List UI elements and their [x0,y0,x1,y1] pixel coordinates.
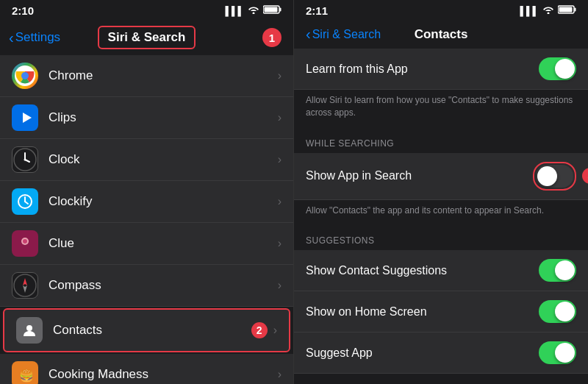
list-item[interactable]: Clue › [0,223,293,265]
badge-3: 3 [582,168,588,184]
compass-label: Compass [49,278,278,293]
clue-chevron-icon: › [278,237,282,250]
contacts-chevron-icon: › [273,324,277,337]
clips-chevron-icon: › [278,111,282,124]
compass-icon [12,272,38,299]
svg-point-5 [21,72,29,79]
home-screen-knob [555,302,575,321]
left-back-button[interactable]: ‹ Settings [9,30,60,45]
list-item[interactable]: Clips › [0,97,293,139]
chrome-label: Chrome [49,68,278,83]
chrome-icon [12,63,38,89]
svg-point-16 [23,239,27,243]
suggest-app-row[interactable]: Suggest App [294,333,588,374]
cooking-madness-icon: 🍔 [12,361,38,384]
chrome-chevron-icon: › [278,69,282,82]
svg-rect-2 [265,7,278,13]
right-wifi-icon [542,5,554,16]
clock-icon [12,146,38,173]
suggestions-section: SUGGESTIONS Show Contact Suggestions Sho… [294,225,588,374]
show-app-in-search-toggle[interactable] [536,165,573,188]
right-back-button[interactable]: ‹ Siri & Search [306,26,381,43]
show-contact-suggestions-label: Show Contact Suggestions [306,264,539,277]
clockify-icon [12,188,38,215]
show-app-in-search-row[interactable]: Show App in Search 3 [294,153,588,200]
clock-label: Clock [49,152,278,167]
show-contact-suggestions-row[interactable]: Show Contact Suggestions [294,250,588,291]
list-item[interactable]: Compass › [0,265,293,307]
clue-icon [12,230,38,257]
signal-icon: ▌▌▌ [225,6,244,16]
right-back-chevron-icon: ‹ [306,26,311,43]
left-panel: 2:10 ▌▌▌ ‹ Settings Siri & Search [0,0,294,384]
contacts-badge: 2 [251,322,268,338]
show-on-home-screen-label: Show on Home Screen [306,305,539,319]
list-item[interactable]: Chrome › [0,55,293,97]
suggest-app-knob [555,343,575,363]
list-item[interactable]: 🍔 Cooking Madness › [0,354,293,384]
list-item[interactable]: Clockify › [0,181,293,223]
svg-text:🍔: 🍔 [19,369,33,383]
show-app-in-search-knob [537,166,557,186]
right-nav-title: Contacts [415,27,468,42]
contacts-label: Contacts [53,323,251,338]
right-time: 2:11 [306,4,328,17]
svg-rect-26 [575,8,576,12]
clock-chevron-icon: › [278,153,282,166]
cooking-madness-label: Cooking Madness [49,367,278,382]
right-battery-icon [558,5,576,16]
show-contact-suggestions-toggle[interactable] [539,259,576,282]
compass-chevron-icon: › [278,279,282,292]
right-back-label: Siri & Search [312,28,381,41]
show-on-home-screen-row[interactable]: Show on Home Screen [294,291,588,333]
svg-point-17 [14,274,36,296]
clips-icon [12,104,38,131]
right-nav-bar: ‹ Siri & Search Contacts [294,20,588,49]
left-status-bar: 2:10 ▌▌▌ [0,0,293,20]
left-nav-title-box: Siri & Search [98,26,196,49]
left-app-list: Chrome › Clips › [0,55,293,384]
while-searching-header: WHILE SEARCHING [294,128,588,153]
contacts-icon [16,317,43,344]
learn-from-app-section: Learn from this App Allow Siri to learn … [294,49,588,127]
left-nav-title: Siri & Search [108,30,186,44]
suggest-app-toggle[interactable] [539,341,576,364]
right-signal-icon: ▌▌▌ [520,6,539,16]
right-content: Learn from this App Allow Siri to learn … [294,49,588,384]
suggest-app-label: Suggest App [306,346,539,360]
clue-label: Clue [49,236,278,251]
clips-label: Clips [49,110,278,125]
learn-from-app-description: Allow Siri to learn from how you use "Co… [294,90,588,127]
show-app-in-search-label: Show App in Search [306,169,533,182]
show-app-description: Allow "Contacts" the app and its content… [294,200,588,224]
contacts-list-item[interactable]: Contacts 2 › [3,308,290,352]
right-status-icons: ▌▌▌ [520,5,576,16]
svg-rect-27 [559,7,573,13]
left-status-icons: ▌▌▌ [225,5,282,16]
left-time: 2:10 [12,4,34,17]
while-searching-section: WHILE SEARCHING Show App in Search 3 All… [294,128,588,224]
learn-from-app-toggle-knob [555,59,575,79]
svg-line-14 [25,202,28,204]
cooking-chevron-icon: › [278,368,282,381]
suggestions-header: SUGGESTIONS [294,225,588,250]
battery-icon [263,5,282,16]
right-panel: 2:11 ▌▌▌ ‹ Siri & Search Contacts [294,0,588,384]
right-status-bar: 2:11 ▌▌▌ [294,0,588,20]
left-back-label: Settings [15,30,60,45]
list-item[interactable]: Clock › [0,139,293,181]
learn-from-app-toggle[interactable] [539,57,576,80]
learn-from-app-row[interactable]: Learn from this App [294,49,588,90]
clockify-label: Clockify [49,194,278,209]
svg-point-20 [26,325,32,331]
contact-suggestions-knob [555,260,575,280]
left-nav-bar: ‹ Settings Siri & Search 1 [0,20,293,55]
svg-rect-1 [280,8,282,12]
show-on-home-screen-toggle[interactable] [539,300,576,323]
wifi-icon [248,5,259,16]
show-app-in-search-toggle-box [533,162,576,191]
learn-from-app-label: Learn from this App [306,63,539,76]
left-back-chevron-icon: ‹ [9,30,14,45]
clockify-chevron-icon: › [278,195,282,208]
nav-badge-1: 1 [262,28,282,47]
